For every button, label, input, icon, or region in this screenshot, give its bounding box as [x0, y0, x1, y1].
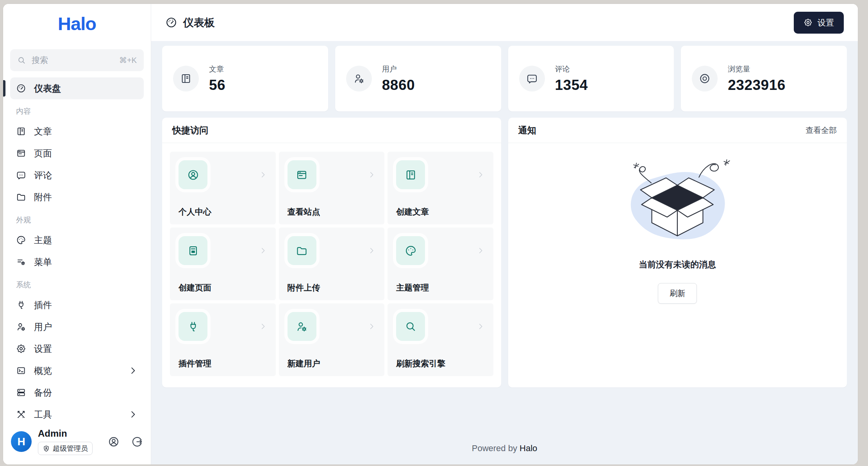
sidebar-section: 内容 文章	[10, 99, 144, 208]
quick-access-grid: 个人中心 查看站点	[162, 143, 501, 385]
dashboard-content: 文章 56 用户 8860	[151, 41, 858, 464]
quick-access-tile[interactable]: 查看站点	[279, 152, 385, 224]
settings-button[interactable]: 设置	[794, 12, 844, 34]
chevron-right-icon	[476, 170, 485, 179]
message-icon	[526, 73, 538, 84]
folder-icon	[16, 192, 26, 202]
quick-access-tile[interactable]: 主题管理	[388, 228, 493, 300]
sidebar-section-label: 内容	[10, 99, 144, 120]
sidebar-item[interactable]: 工具	[10, 403, 144, 421]
gauge-icon	[165, 16, 177, 29]
chevron-right-icon	[259, 170, 267, 179]
stat-value: 56	[209, 77, 225, 93]
chevron-right-icon	[476, 246, 485, 255]
logout-icon[interactable]	[131, 436, 143, 448]
user-circle-icon	[187, 169, 199, 181]
stat-cards: 文章 56 用户 8860	[162, 46, 847, 111]
user-name: Admin	[38, 428, 93, 439]
notifications-empty-state: 当前没有未读的消息 刷新	[508, 143, 847, 387]
terminal-icon	[16, 366, 26, 376]
stat-label: 文章	[209, 64, 225, 74]
quick-access-tile-label: 创建页面	[179, 282, 267, 293]
sidebar-section: 外观 主题	[10, 208, 144, 273]
sidebar-item-dashboard[interactable]: 仪表盘	[10, 77, 144, 99]
user-gear-icon	[296, 321, 308, 333]
footer-brand-link[interactable]: Halo	[520, 443, 537, 453]
quick-access-tile[interactable]: 刷新搜索引擎	[388, 303, 493, 376]
sidebar-item[interactable]: 菜单	[10, 251, 144, 273]
app-window: Halo ⌘+K 仪表盘 内容	[3, 4, 858, 464]
sidebar-item[interactable]: 概览	[10, 360, 144, 382]
sidebar-item[interactable]: 备份	[10, 382, 144, 403]
header: 仪表板 设置	[151, 4, 858, 41]
quick-access-tile[interactable]: 个人中心	[170, 152, 276, 224]
page-title: 仪表板	[183, 16, 215, 30]
quick-access-title: 快捷访问	[172, 124, 208, 136]
sidebar-item[interactable]: 附件	[10, 186, 144, 208]
palette-icon	[405, 245, 417, 257]
sidebar-item[interactable]: 文章	[10, 120, 144, 142]
quick-access-tile-label: 查看站点	[288, 206, 376, 217]
gear-icon	[16, 344, 26, 354]
menu-settings-icon	[16, 257, 26, 267]
quick-access-tile-label: 主题管理	[396, 282, 485, 293]
sidebar-section-label: 系统	[10, 273, 144, 294]
refresh-button[interactable]: 刷新	[658, 283, 697, 304]
role-badge-label: 超级管理员	[53, 444, 88, 453]
quick-access-tile[interactable]: 插件管理	[170, 303, 276, 376]
sidebar-item-label: 页面	[34, 147, 52, 160]
sidebar-item-label: 备份	[34, 387, 52, 399]
sidebar-item[interactable]: 插件	[10, 294, 144, 316]
sidebar-item[interactable]: 页面	[10, 142, 144, 164]
powered-by-text: Powered by	[472, 443, 517, 453]
sidebar: Halo ⌘+K 仪表盘 内容	[3, 4, 151, 464]
plug-icon	[16, 300, 26, 310]
sidebar-item[interactable]: 用户	[10, 316, 144, 338]
stat-card: 评论 1354	[508, 46, 674, 111]
stat-label: 浏览量	[728, 64, 786, 74]
user-gear-icon	[353, 73, 365, 84]
plug-icon	[187, 321, 199, 333]
chevron-right-icon[interactable]	[128, 366, 138, 376]
chevron-right-icon	[367, 246, 376, 255]
quick-access-tile[interactable]: 新建用户	[279, 303, 385, 376]
chevron-right-icon[interactable]	[128, 409, 138, 419]
quick-access-tile[interactable]: 创建页面	[170, 228, 276, 300]
sidebar-item[interactable]: 设置	[10, 338, 144, 360]
sidebar-section: 系统 插件	[10, 273, 144, 421]
quick-access-tile-label: 创建文章	[396, 206, 485, 217]
server-icon	[16, 387, 26, 398]
sidebar-nav: 仪表盘 内容 文章	[3, 71, 151, 421]
search-input[interactable]	[32, 56, 114, 65]
sidebar-item[interactable]: 评论	[10, 164, 144, 186]
sidebar-item-label: 设置	[34, 343, 52, 355]
chevron-right-icon	[367, 170, 376, 179]
quick-access-tile[interactable]: 创建文章	[388, 152, 493, 224]
quick-access-tile-label: 新建用户	[288, 358, 376, 369]
browser-icon	[16, 148, 26, 158]
sidebar-item-label: 主题	[34, 234, 52, 246]
quick-access-tile[interactable]: 附件上传	[279, 228, 385, 300]
chevron-right-icon	[476, 322, 485, 331]
shield-user-icon	[43, 445, 50, 452]
sidebar-item-label: 工具	[34, 409, 52, 421]
quick-access-tile-label: 附件上传	[288, 282, 376, 293]
halo-logo: Halo	[58, 13, 96, 34]
focus-icon	[699, 73, 711, 84]
tools-icon	[16, 409, 26, 419]
search-box[interactable]: ⌘+K	[10, 49, 144, 71]
stat-label: 评论	[555, 64, 588, 74]
user-circle-icon[interactable]	[108, 436, 120, 448]
footer: Powered by Halo	[162, 436, 847, 458]
sidebar-item[interactable]: 主题	[10, 229, 144, 251]
empty-box-illustration	[615, 153, 740, 250]
avatar[interactable]: H	[11, 431, 32, 452]
sidebar-item-label: 评论	[34, 169, 52, 181]
user-gear-icon	[16, 322, 26, 332]
sidebar-item-label: 插件	[34, 299, 52, 311]
browser-icon	[296, 169, 308, 181]
sidebar-item-label: 菜单	[34, 256, 52, 268]
main-area: 仪表板 设置 文章 56	[151, 4, 858, 464]
view-all-link[interactable]: 查看全部	[805, 125, 837, 136]
stat-value: 8860	[382, 77, 415, 93]
